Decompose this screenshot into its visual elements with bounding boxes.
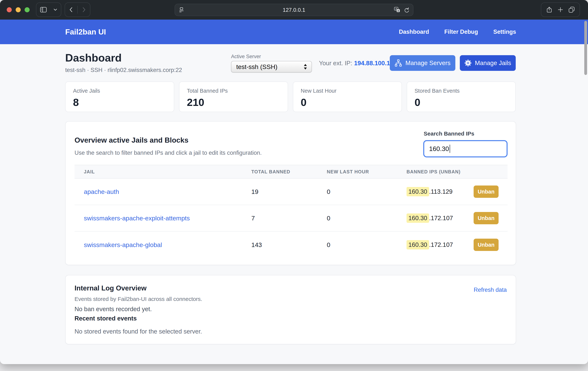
banned-ip: 160.30.172.107	[407, 213, 453, 223]
no-stored-events-text: No stored events found for the selected …	[74, 328, 202, 335]
manage-jails-label: Manage Jails	[475, 59, 511, 66]
overview-card: Overview active Jails and Blocks Use the…	[65, 121, 516, 265]
url-text[interactable]: 127.0.0.1	[175, 7, 413, 13]
jail-link[interactable]: swissmakers-apache-exploit-attempts	[84, 215, 190, 222]
sidebar-icon[interactable]	[40, 7, 47, 13]
stat-label: Total Banned IPs	[187, 88, 288, 94]
forward-icon[interactable]	[82, 7, 86, 12]
stat-card-active-jails: Active Jails 8	[65, 81, 174, 112]
active-server-value: test-ssh (SSH)	[236, 63, 303, 70]
overview-subtitle: Use the search to filter banned IPs and …	[74, 150, 262, 156]
share-icon[interactable]	[546, 7, 552, 13]
banned-ip-rest: .172.107	[429, 241, 453, 248]
back-icon[interactable]	[69, 7, 73, 12]
search-value: 160.30	[429, 145, 449, 153]
active-server-select[interactable]: test-ssh (SSH)	[231, 61, 312, 73]
nav-link-dashboard[interactable]: Dashboard	[399, 29, 429, 35]
gear-icon	[464, 59, 472, 66]
column-header-new-last-hour: New Last Hour	[327, 169, 369, 175]
stat-value: 8	[73, 96, 174, 108]
external-ip: Your ext. IP:194.88.100.134	[319, 60, 397, 67]
app-brand: Fail2ban UI	[65, 28, 106, 36]
navigation-button-group	[65, 2, 90, 17]
table-row: swissmakers-apache-global 143 0 160.30.1…	[74, 231, 507, 258]
banned-ip: 160.30.172.107	[407, 240, 453, 250]
column-header-jail: Jail	[84, 169, 95, 175]
total-banned-value: 7	[251, 215, 255, 222]
svg-text:A: A	[398, 10, 399, 12]
stat-card-total-banned: Total Banned IPs 210	[179, 81, 288, 112]
banned-ip-highlight: 160.30	[407, 240, 429, 250]
app-navbar: Fail2ban UI Dashboard Filter Debug Setti…	[0, 20, 588, 44]
table-row: swissmakers-apache-exploit-attempts 7 0 …	[74, 205, 507, 231]
no-ban-events-text: No ban events recorded yet.	[74, 306, 152, 313]
reload-icon[interactable]	[403, 7, 409, 13]
search-banned-ips-input[interactable]: 160.30	[423, 140, 507, 157]
banned-ip: 160.30.113.129	[407, 187, 452, 196]
page-scrollbar[interactable]	[584, 21, 587, 75]
total-banned-value: 19	[251, 188, 258, 195]
stat-value: 0	[415, 96, 515, 108]
stat-label: New Last Hour	[301, 88, 401, 94]
manage-servers-button[interactable]: Manage Servers	[390, 55, 455, 71]
stat-label: Active Jails	[73, 88, 174, 94]
text-caret	[450, 145, 450, 153]
search-banned-ips-label: Search Banned IPs	[424, 131, 474, 137]
address-bar[interactable]: 127.0.0.1 A A	[175, 4, 413, 16]
banned-ip-rest: .113.129	[429, 188, 452, 195]
unban-button[interactable]: Unban	[474, 212, 499, 224]
stat-label: Stored Ban Events	[415, 88, 515, 94]
browser-window: 127.0.0.1 A A	[0, 0, 588, 364]
new-last-hour-value: 0	[327, 188, 330, 195]
overview-title: Overview active Jails and Blocks	[74, 136, 188, 144]
manage-jails-button[interactable]: Manage Jails	[460, 55, 516, 71]
jail-link[interactable]: apache-auth	[84, 188, 119, 195]
total-banned-value: 143	[251, 241, 262, 249]
manage-servers-label: Manage Servers	[405, 59, 451, 66]
toolbar-divider	[77, 6, 78, 14]
browser-toolbar: 127.0.0.1 A A	[0, 0, 588, 20]
table-row: apache-auth 19 0 160.30.113.129 Unban	[74, 179, 507, 205]
column-header-banned-ips: Banned IPs (Unban)	[407, 169, 461, 175]
recent-stored-events-title: Recent stored events	[74, 315, 137, 322]
minimize-window-button[interactable]	[16, 7, 21, 12]
refresh-data-link[interactable]: Refresh data	[474, 286, 507, 293]
stat-value: 0	[301, 96, 401, 108]
select-stepper-icon	[303, 64, 307, 70]
jails-table-header: Jail Total Banned New Last Hour Banned I…	[74, 165, 507, 179]
unban-button[interactable]: Unban	[474, 239, 499, 251]
banned-ip-rest: .172.107	[429, 215, 453, 222]
close-window-button[interactable]	[7, 7, 12, 12]
window-actions-group	[541, 2, 580, 17]
external-ip-label: Your ext. IP:	[319, 60, 352, 66]
new-tab-icon[interactable]	[557, 7, 563, 13]
page-subtitle: test-ssh · SSH · rlinfp02.swissmakers.co…	[65, 67, 182, 74]
stat-card-new-last-hour: New Last Hour 0	[293, 81, 402, 112]
internal-log-card: Internal Log Overview Events stored by F…	[65, 275, 516, 344]
active-server-label: Active Server	[231, 54, 261, 59]
maximize-window-button[interactable]	[25, 7, 30, 12]
jail-link[interactable]: swissmakers-apache-global	[84, 241, 162, 249]
new-last-hour-value: 0	[327, 241, 330, 249]
column-header-total-banned: Total Banned	[251, 169, 290, 175]
page-appearance-icon[interactable]	[179, 7, 184, 13]
log-title: Internal Log Overview	[74, 284, 147, 292]
nav-link-settings[interactable]: Settings	[493, 29, 516, 35]
sidebar-toggle-group[interactable]	[36, 2, 61, 17]
stat-value: 210	[187, 96, 288, 108]
stat-card-stored-ban-events: Stored Ban Events 0	[407, 81, 516, 112]
translate-icon[interactable]: A A	[394, 7, 400, 13]
page-title: Dashboard	[65, 52, 122, 64]
nav-links: Dashboard Filter Debug Settings	[399, 20, 516, 44]
chevron-down-icon[interactable]	[53, 8, 57, 11]
new-last-hour-value: 0	[327, 215, 330, 222]
nav-link-filter-debug[interactable]: Filter Debug	[444, 29, 478, 35]
tabs-icon[interactable]	[568, 7, 575, 13]
servers-diagram-icon	[395, 59, 402, 66]
log-subtitle: Events stored by Fail2ban-UI across all …	[74, 296, 202, 302]
banned-ip-highlight: 160.30	[407, 187, 429, 196]
unban-button[interactable]: Unban	[474, 186, 499, 198]
banned-ip-highlight: 160.30	[407, 213, 429, 223]
